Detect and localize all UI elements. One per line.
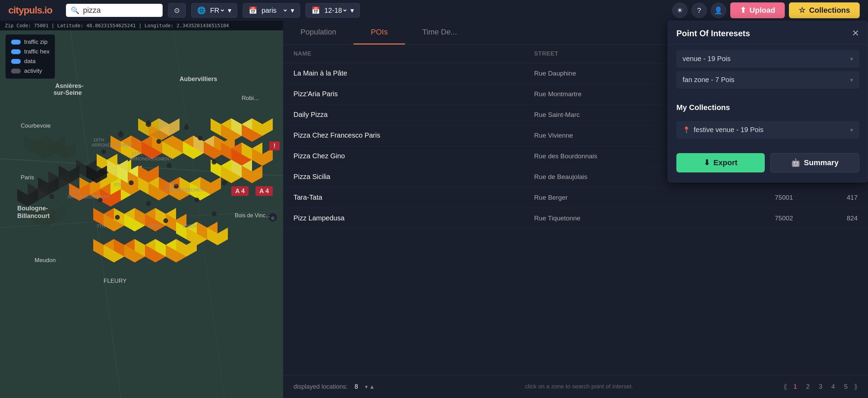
- legend-label-data: data: [24, 58, 36, 65]
- svg-text:sur-Seine: sur-Seine: [54, 89, 82, 96]
- calendar-city-icon: 📅: [249, 6, 257, 14]
- footer-hint: click on a zone to search point of inter…: [382, 383, 777, 390]
- page-5[interactable]: 5: [841, 381, 850, 392]
- row-zip: 75002: [775, 215, 816, 222]
- user-avatar[interactable]: 👤: [711, 3, 726, 18]
- legend-label-traffic-zip: traffic zip: [24, 39, 48, 46]
- svg-point-105: [146, 201, 151, 206]
- tab-pois[interactable]: POIs: [354, 21, 405, 44]
- legend-item-traffic-zip[interactable]: traffic zip: [11, 39, 49, 46]
- svg-text:Courbevoie: Courbevoie: [21, 122, 51, 129]
- globe-icon: 🌐: [197, 6, 206, 14]
- top-right-buttons: ☀ ? 👤 ⬆ Upload ☆ Collections: [672, 2, 860, 18]
- svg-point-103: [49, 194, 54, 199]
- table-row[interactable]: Tara-Tata Rue Berger 75001 417: [283, 187, 868, 208]
- row-name: Daily Pizza: [293, 111, 534, 119]
- svg-text:Paris: Paris: [21, 174, 34, 181]
- my-collections-label: My Collections: [668, 98, 868, 116]
- svg-text:9TH: 9TH: [114, 182, 123, 187]
- svg-point-108: [163, 218, 168, 223]
- page-3[interactable]: 3: [816, 381, 825, 392]
- page-next-arrow[interactable]: ⟫: [854, 382, 858, 391]
- legend-toggle-data[interactable]: [11, 59, 21, 64]
- logo: citypuls.io: [8, 5, 52, 16]
- pagination: ⟪ 1 2 3 4 5 ⟫: [783, 381, 858, 392]
- page-prev-arrow[interactable]: ⟪: [783, 382, 787, 391]
- pin-icon: 📍: [683, 126, 690, 134]
- country-select[interactable]: FR DE UK: [209, 6, 225, 14]
- map-area[interactable]: Zip Code: 75001 | Latitude: 48.862315546…: [0, 21, 283, 398]
- tab-population[interactable]: Population: [283, 21, 354, 44]
- date-filter[interactable]: 📅 12-18 ▾: [306, 3, 360, 18]
- collection-item-festive[interactable]: 📍 festive venue - 19 Pois ▾: [676, 121, 859, 139]
- map-legend: traffic zip traffic hex data activity: [6, 34, 55, 79]
- poi-item-fanzone[interactable]: fan zone - 7 Pois ▾: [676, 71, 859, 89]
- svg-text:11TH: 11TH: [166, 182, 177, 187]
- svg-point-95: [198, 136, 203, 140]
- summary-button[interactable]: 🤖 Summary: [770, 153, 859, 172]
- upload-icon: ⬆: [740, 6, 746, 15]
- legend-toggle-activity[interactable]: [11, 69, 21, 73]
- poi-item-venue[interactable]: venue - 19 Pois ▾: [676, 50, 859, 68]
- map-canvas: Zip Code: 75001 | Latitude: 48.862315546…: [0, 21, 283, 398]
- collections-button[interactable]: ☆ Collections: [789, 2, 860, 18]
- city-select[interactable]: paris london: [260, 6, 288, 14]
- table-footer: displayed locations: 8 ▾ ▲ click on a zo…: [283, 375, 868, 398]
- svg-text:ARRONDISSEMENT: ARRONDISSEMENT: [67, 194, 110, 199]
- svg-text:19TH: 19TH: [148, 223, 160, 229]
- legend-toggle-traffic-hex[interactable]: [11, 49, 21, 54]
- row-name: Pizz'Aria Paris: [293, 90, 534, 98]
- legend-label-traffic-hex: traffic hex: [24, 48, 49, 55]
- topbar: citypuls.io 🔍 ⊙ 🌐 FR DE UK ▾ 📅 paris lon…: [0, 0, 868, 21]
- logo-rest: itypuls.io: [13, 5, 52, 16]
- search-input[interactable]: [83, 6, 152, 15]
- svg-point-98: [212, 160, 216, 165]
- legend-item-activity[interactable]: activity: [11, 68, 49, 74]
- legend-item-data[interactable]: data: [11, 58, 49, 65]
- row-name: Pizz Lampedusa: [293, 214, 534, 222]
- date-select[interactable]: 12-18: [323, 6, 348, 14]
- svg-text:Robi...: Robi...: [242, 95, 259, 101]
- upload-label: Upload: [750, 6, 775, 15]
- country-filter[interactable]: 🌐 FR DE UK ▾: [191, 3, 237, 18]
- dropdown-header: Point Of Interesets ✕: [668, 28, 868, 44]
- dropdown-close-button[interactable]: ✕: [852, 28, 859, 39]
- svg-text:ARRONDISSEMENT: ARRONDISSEMENT: [164, 187, 206, 192]
- tab-time-demand[interactable]: Time De...: [405, 21, 474, 44]
- svg-text:EMENT: EMENT: [183, 223, 199, 229]
- upload-button[interactable]: ⬆ Upload: [730, 2, 785, 18]
- summary-label: Summary: [804, 158, 838, 167]
- page-2[interactable]: 2: [803, 381, 813, 392]
- count-chevron-down[interactable]: ▾ ▲: [365, 384, 375, 390]
- svg-text:Meudon: Meudon: [35, 257, 56, 263]
- displayed-label: displayed locations:: [293, 383, 348, 390]
- row-street: Rue Tiquetonne: [534, 215, 775, 222]
- table-row[interactable]: Pizz Lampedusa Rue Tiquetonne 75002 824: [283, 208, 868, 229]
- svg-point-102: [222, 180, 227, 185]
- svg-text:⊕: ⊕: [271, 215, 275, 221]
- poi-venue-chevron-icon: ▾: [850, 55, 853, 63]
- export-button[interactable]: ⬇ Export: [676, 153, 765, 172]
- collection-item-pin-container: 📍 festive venue - 19 Pois: [683, 126, 763, 134]
- page-1[interactable]: 1: [791, 381, 800, 392]
- theme-button[interactable]: ☀: [672, 3, 687, 18]
- svg-text:7TH: 7TH: [97, 223, 105, 229]
- location-filter[interactable]: ⊙: [168, 3, 186, 18]
- row-street: Rue Berger: [534, 194, 775, 201]
- export-summary-row: ⬇ Export 🤖 Summary: [668, 148, 868, 175]
- collections-label: Collections: [809, 6, 850, 15]
- poi-venue-label: venue - 19 Pois: [683, 55, 731, 63]
- legend-item-traffic-hex[interactable]: traffic hex: [11, 48, 49, 55]
- city-filter[interactable]: 📅 paris london ▾: [243, 3, 300, 18]
- svg-point-94: [156, 139, 161, 144]
- collections-icon: ☆: [799, 6, 806, 15]
- page-4[interactable]: 4: [829, 381, 838, 392]
- collection-festive-chevron-icon: ▾: [850, 126, 853, 134]
- search-icon: 🔍: [71, 6, 79, 14]
- date-icon: 📅: [311, 6, 320, 14]
- summary-icon: 🤖: [791, 158, 800, 167]
- help-button[interactable]: ?: [692, 3, 707, 18]
- legend-toggle-traffic-zip[interactable]: [11, 40, 21, 44]
- export-label: Export: [713, 158, 737, 167]
- svg-text:A 4: A 4: [235, 188, 244, 195]
